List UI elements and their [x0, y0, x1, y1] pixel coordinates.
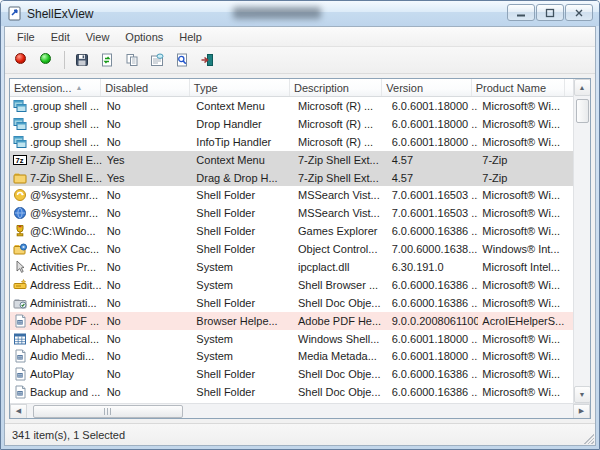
- description-value: Adobe PDF He...: [294, 315, 388, 327]
- description-value: Object Control...: [294, 243, 388, 255]
- resize-grip-icon[interactable]: [582, 432, 594, 444]
- product-name-value: Microsoft® Wi...: [478, 368, 573, 380]
- cursor-icon: [13, 260, 27, 274]
- refresh-button[interactable]: [96, 49, 118, 71]
- version-value: 6.0.6001.18000 ...: [388, 136, 479, 148]
- exit-button[interactable]: [196, 49, 218, 71]
- window-controls: [506, 4, 593, 21]
- column-header-extension[interactable]: Extension... ▲: [10, 79, 101, 96]
- menu-edit[interactable]: Edit: [43, 29, 78, 45]
- enable-selected-button[interactable]: [36, 49, 58, 71]
- menu-file[interactable]: File: [9, 29, 43, 45]
- column-header-label: Extension...: [14, 82, 71, 94]
- description-value: MSSearch Vist...: [294, 189, 388, 201]
- save-button[interactable]: [71, 49, 93, 71]
- red-circle-icon: [15, 53, 29, 67]
- extension-name: @%systemr...: [30, 189, 98, 201]
- shell-windows-icon: [13, 117, 27, 131]
- horizontal-scrollbar-thumb[interactable]: [33, 405, 183, 418]
- type-value: Context Menu: [192, 154, 294, 166]
- description-value: 7-Zip Shell Ext...: [294, 172, 388, 184]
- table-row[interactable]: Adobe PDF ... No Browser Helpe... Adobe …: [10, 312, 573, 330]
- table-row[interactable]: @C:\Windo... No Shell Folder Games Explo…: [10, 222, 573, 240]
- description-value: Microsoft (R) ...: [294, 136, 388, 148]
- dll-icon: [13, 385, 27, 399]
- table-row[interactable]: @%systemr... No Shell Folder MSSearch Vi…: [10, 186, 573, 204]
- extensions-listview: Extension... ▲ Disabled Type Description…: [9, 78, 591, 419]
- type-value: System: [192, 333, 294, 345]
- column-header-product-name[interactable]: Product Name: [472, 79, 565, 96]
- table-row[interactable]: Alphabetical... No System Windows Shell.…: [10, 330, 573, 348]
- 7zip-icon: 7z: [13, 153, 27, 167]
- svg-text:7z: 7z: [16, 155, 24, 164]
- disable-selected-button[interactable]: [11, 49, 33, 71]
- type-value: Shell Folder: [192, 225, 294, 237]
- minimize-button[interactable]: [507, 4, 535, 21]
- scroll-up-icon[interactable]: ▲: [574, 79, 591, 96]
- vertical-scrollbar[interactable]: ▲ ▼: [573, 79, 590, 403]
- table-row[interactable]: .group shell ... No InfoTip Handler Micr…: [10, 133, 573, 151]
- type-value: Shell Folder: [192, 368, 294, 380]
- table-row[interactable]: .group shell ... No Drop Handler Microso…: [10, 115, 573, 133]
- disabled-value: Yes: [103, 154, 193, 166]
- table-row[interactable]: Administrati... No Shell Folder Shell Do…: [10, 294, 573, 312]
- version-value: 7.0.6001.16503 ...: [388, 189, 479, 201]
- column-header-version[interactable]: Version: [382, 79, 471, 96]
- close-button[interactable]: [565, 4, 593, 21]
- dll-icon: [13, 367, 27, 381]
- type-value: Drop Handler: [192, 118, 294, 130]
- disabled-value: No: [103, 225, 193, 237]
- scroll-left-icon[interactable]: ◀: [10, 404, 27, 419]
- description-value: Microsoft (R) ...: [294, 100, 388, 112]
- column-header-description[interactable]: Description: [290, 79, 382, 96]
- properties-button[interactable]: [146, 49, 168, 71]
- vertical-scrollbar-thumb[interactable]: [576, 99, 589, 123]
- product-name-value: Microsoft® Wi...: [478, 297, 573, 309]
- version-value: 6.0.6001.18000 ...: [388, 333, 479, 345]
- type-value: Shell Folder: [192, 297, 294, 309]
- horizontal-scrollbar[interactable]: ◀ ▶: [10, 403, 590, 418]
- menu-options[interactable]: Options: [117, 29, 171, 45]
- page-magnifier-icon: [175, 53, 189, 67]
- titlebar: ShellExView: [1, 1, 599, 26]
- column-header-disabled[interactable]: Disabled: [101, 79, 189, 96]
- type-value: Shell Folder: [192, 189, 294, 201]
- report-button[interactable]: [171, 49, 193, 71]
- extension-name: Adobe PDF ...: [30, 315, 99, 327]
- table-row[interactable]: AutoPlay No Shell Folder Shell Doc Obje.…: [10, 365, 573, 383]
- menubar: FileEditViewOptionsHelp: [5, 27, 595, 47]
- table-row[interactable]: ActiveX Cac... No Shell Folder Object Co…: [10, 240, 573, 258]
- version-value: 6.0.6000.16386 ...: [388, 225, 479, 237]
- description-value: Shell Doc Obje...: [294, 368, 388, 380]
- disabled-value: Yes: [103, 172, 193, 184]
- type-value: System: [192, 279, 294, 291]
- copy-button[interactable]: [121, 49, 143, 71]
- statusbar-text: 341 item(s), 1 Selected: [12, 429, 125, 441]
- maximize-button[interactable]: [536, 4, 564, 21]
- column-header-type[interactable]: Type: [190, 79, 290, 96]
- product-name-value: Microsoft® Wi...: [478, 225, 573, 237]
- table-row[interactable]: Audio Medi... No System Media Metada... …: [10, 347, 573, 365]
- copy-icon: [125, 53, 139, 67]
- table-row[interactable]: Activities Pr... No System ipcplact.dll …: [10, 258, 573, 276]
- disabled-value: No: [103, 261, 193, 273]
- table-row[interactable]: 7z7-Zip Shell E... Yes Context Menu 7-Zi…: [10, 151, 573, 169]
- extension-name: .group shell ...: [30, 118, 99, 130]
- scroll-down-icon[interactable]: ▼: [574, 386, 591, 403]
- shellexview-window: ShellExView FileEditViewOptionsHelp Exte…: [0, 0, 600, 450]
- product-name-value: Microsoft® Wi...: [478, 136, 573, 148]
- maximize-icon: [545, 8, 555, 18]
- table-row[interactable]: 7-Zip Shell E... Yes Drag & Drop H... 7-…: [10, 169, 573, 187]
- version-value: 9.0.0.2008061100: [388, 315, 479, 327]
- menu-help[interactable]: Help: [171, 29, 210, 45]
- disabled-value: No: [103, 315, 193, 327]
- table-row[interactable]: Address Edit... No System Shell Browser …: [10, 276, 573, 294]
- table-row[interactable]: Backup and ... No Shell Folder Shell Doc…: [10, 383, 573, 401]
- grid-table-icon: [13, 332, 27, 346]
- disabled-value: No: [103, 243, 193, 255]
- scroll-right-icon[interactable]: ▶: [573, 404, 590, 419]
- table-row[interactable]: @%systemr... No Shell Folder MSSearch Vi…: [10, 204, 573, 222]
- disabled-value: No: [103, 100, 193, 112]
- menu-view[interactable]: View: [78, 29, 118, 45]
- table-row[interactable]: .group shell ... No Context Menu Microso…: [10, 97, 573, 115]
